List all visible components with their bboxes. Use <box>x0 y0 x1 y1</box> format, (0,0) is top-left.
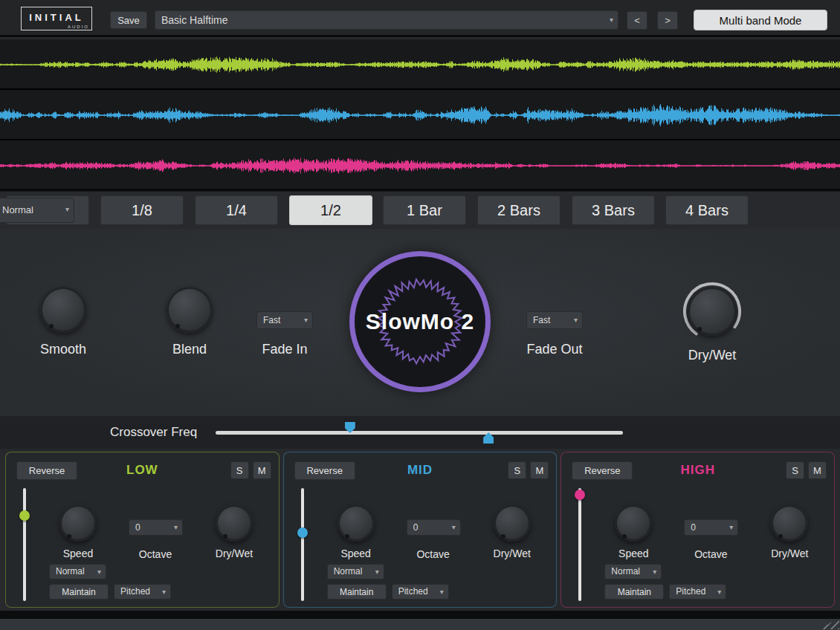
knob-indicator-dot <box>175 324 180 328</box>
smooth-label: Smooth <box>19 342 108 357</box>
speed-label: Speed <box>52 548 104 559</box>
plugin-title: SlowMo 2 <box>355 256 485 387</box>
speed-mode-dropdown[interactable]: Normal <box>49 564 106 579</box>
maintain-button[interactable]: Maintain <box>604 584 664 600</box>
smooth-knob[interactable] <box>40 287 86 333</box>
prev-preset-button[interactable]: < <box>627 11 647 30</box>
knob-indicator-dot <box>778 534 783 539</box>
band-drywet-knob[interactable] <box>771 504 808 542</box>
maintain-button[interactable]: Maintain <box>327 584 387 600</box>
save-button[interactable]: Save <box>110 11 147 29</box>
speed-knob[interactable] <box>59 504 97 542</box>
low-band-waveform <box>0 41 840 88</box>
pitch-mode-dropdown[interactable]: Pitched <box>114 584 171 600</box>
knob-indicator-dot <box>67 534 71 539</box>
octave-value: 0 <box>135 522 140 533</box>
slider-track <box>578 488 581 601</box>
division-button-1-bar[interactable]: 1 Bar <box>383 195 466 225</box>
knob-indicator-dot <box>622 534 627 539</box>
speed-mode-value: Normal <box>56 566 85 577</box>
speed-knob[interactable] <box>337 504 375 542</box>
band-drywet-knob[interactable] <box>216 504 253 542</box>
band-panel-mid: Reverse MID S M Speed 0 Octave Dry/Wet N… <box>283 452 558 608</box>
octave-dropdown[interactable]: 0 <box>407 519 461 536</box>
crossover-label: Crossover Freq <box>110 425 197 440</box>
division-button-1-8[interactable]: 1/8 <box>100 195 184 225</box>
reverse-button[interactable]: Reverse <box>572 461 633 480</box>
band-level-slider[interactable] <box>297 488 308 601</box>
pitch-mode-value: Pitched <box>676 586 705 597</box>
speed-knob[interactable] <box>615 504 652 542</box>
blend-label: Blend <box>145 342 234 357</box>
crossover-slider[interactable] <box>216 431 623 435</box>
solo-button[interactable]: S <box>230 461 249 479</box>
multi-band-mode-button[interactable]: Multi band Mode <box>694 10 827 30</box>
speed-mode-dropdown[interactable]: Normal <box>327 564 384 579</box>
knob-indicator-dot <box>345 534 349 539</box>
knob-indicator-dot <box>501 534 505 539</box>
mute-button[interactable]: M <box>530 461 549 479</box>
pitch-mode-dropdown[interactable]: Pitched <box>392 584 449 600</box>
division-button-2-bars[interactable]: 2 Bars <box>477 195 560 225</box>
speed-mode-value: Normal <box>611 566 640 577</box>
band-panel-high: Reverse HIGH S M Speed 0 Octave Dry/Wet … <box>560 452 835 608</box>
status-bar <box>0 619 840 630</box>
division-button-4-bars[interactable]: 4 Bars <box>665 195 749 225</box>
playback-mode-value: Normal <box>2 204 33 215</box>
mute-button[interactable]: M <box>253 461 271 479</box>
blend-knob[interactable] <box>167 287 213 333</box>
preset-dropdown[interactable]: Basic Halftime <box>155 10 618 30</box>
fade-out-dropdown[interactable]: Fast <box>526 311 583 329</box>
slowmo2-plugin-window: INITIAL AUDIO Save Basic Halftime < > Mu… <box>0 0 840 630</box>
drywet-label: Dry/Wet <box>668 348 757 363</box>
octave-label: Octave <box>682 548 739 560</box>
band-level-slider[interactable] <box>575 488 585 601</box>
solo-button[interactable]: S <box>508 461 526 479</box>
octave-value: 0 <box>413 522 419 533</box>
octave-value: 0 <box>691 522 696 533</box>
fade-in-label: Fade In <box>240 342 329 357</box>
playback-mode-dropdown[interactable]: Normal <box>0 198 74 223</box>
high-band-waveform <box>0 142 840 189</box>
band-level-slider[interactable] <box>19 488 30 601</box>
mute-button[interactable]: M <box>808 461 827 479</box>
division-button-1-2[interactable]: 1/2 <box>289 195 372 225</box>
slider-track <box>301 488 304 601</box>
pitch-mode-dropdown[interactable]: Pitched <box>669 584 726 600</box>
fade-in-dropdown[interactable]: Fast <box>256 311 313 329</box>
pitch-mode-value: Pitched <box>398 586 428 597</box>
octave-dropdown[interactable]: 0 <box>129 519 183 536</box>
drywet-knob-face[interactable] <box>688 287 737 336</box>
drywet-knob[interactable] <box>682 281 743 342</box>
division-button-3-bars[interactable]: 3 Bars <box>572 195 655 225</box>
logo-subtext: AUDIO <box>68 25 89 29</box>
crossover-handle-low-mid[interactable] <box>345 422 355 433</box>
speed-label: Speed <box>330 548 382 559</box>
octave-dropdown[interactable]: 0 <box>684 519 738 536</box>
slider-handle[interactable] <box>297 527 308 538</box>
mid-band-waveform <box>0 91 840 139</box>
crossover-handle-mid-high[interactable] <box>483 432 494 444</box>
maintain-button[interactable]: Maintain <box>49 584 109 600</box>
speed-mode-dropdown[interactable]: Normal <box>604 564 662 579</box>
speed-label: Speed <box>607 548 659 559</box>
waveform-display <box>0 39 840 192</box>
waveform-row-high <box>0 140 840 191</box>
reverse-button[interactable]: Reverse <box>294 461 355 480</box>
preset-name: Basic Halftime <box>161 14 227 26</box>
reverse-button[interactable]: Reverse <box>16 461 77 480</box>
pitch-mode-value: Pitched <box>120 586 150 597</box>
next-preset-button[interactable]: > <box>657 11 678 30</box>
knob-indicator-dot <box>49 324 54 328</box>
fade-in-value: Fast <box>263 315 280 325</box>
knob-indicator-dot <box>697 327 702 331</box>
speed-mode-value: Normal <box>334 566 363 577</box>
solo-button[interactable]: S <box>786 461 804 479</box>
slider-handle[interactable] <box>575 490 585 500</box>
band-drywet-knob[interactable] <box>494 504 531 542</box>
octave-label: Octave <box>405 548 462 560</box>
division-button-1-4[interactable]: 1/4 <box>195 195 278 225</box>
band-drywet-label: Dry/Wet <box>207 548 262 559</box>
fade-out-value: Fast <box>533 315 550 325</box>
slider-handle[interactable] <box>19 510 30 521</box>
